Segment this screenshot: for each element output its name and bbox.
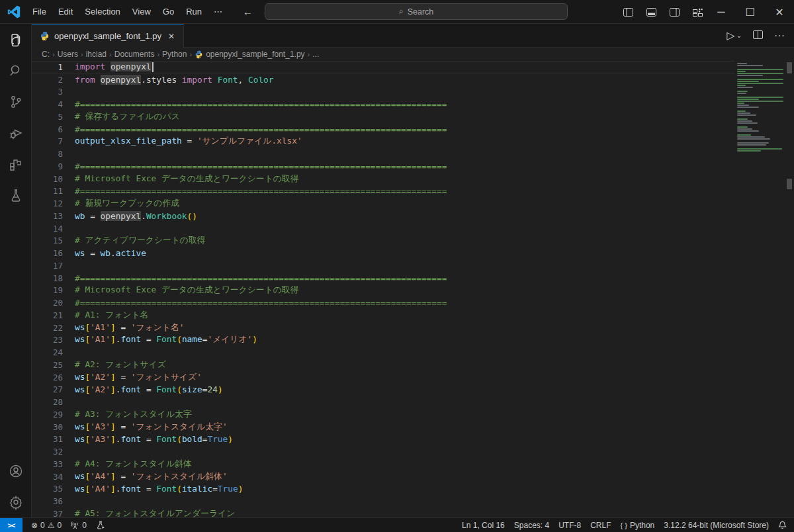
indentation[interactable]: Spaces: 4 xyxy=(509,518,554,532)
code-line[interactable]: 35ws['A4'].font = Font(italic=True) xyxy=(32,483,734,496)
encoding[interactable]: UTF-8 xyxy=(554,518,586,532)
command-center-search[interactable]: ⌕ Search xyxy=(265,3,568,20)
code-line[interactable]: 24 xyxy=(32,346,734,359)
code-line[interactable]: 29# A3: フォントスタイル太字 xyxy=(32,408,734,421)
menu-item-edit[interactable]: Edit xyxy=(52,4,79,20)
run-debug-icon[interactable] xyxy=(0,117,32,148)
notifications-bell[interactable] xyxy=(773,518,791,532)
menu-item-run[interactable]: Run xyxy=(180,4,208,20)
cursor-position[interactable]: Ln 1, Col 16 xyxy=(457,518,509,532)
code-line[interactable]: 20#=====================================… xyxy=(32,296,734,309)
menu-item-selection[interactable]: Selection xyxy=(79,4,126,20)
breadcrumb-segment[interactable]: C: xyxy=(42,50,50,59)
code-line[interactable]: 10# Microsoft Exce データの生成とワークシートの取得 xyxy=(32,173,734,185)
editor-scrollbar[interactable] xyxy=(785,61,794,517)
tab-close-icon[interactable]: ✕ xyxy=(166,30,177,42)
run-python-file-button[interactable]: ▷ ⌄ xyxy=(727,29,742,42)
code-line[interactable]: 2from openpyxl.styles import Font, Color xyxy=(32,73,734,86)
menu-item-more[interactable]: ⋯ xyxy=(208,4,228,20)
language-mode[interactable]: { }Python xyxy=(616,518,660,532)
code-line[interactable]: 32 xyxy=(32,445,734,458)
run-dropdown-chevron-icon[interactable]: ⌄ xyxy=(736,32,742,39)
code-token: ] xyxy=(110,384,116,394)
code-line[interactable]: 37# A5: フォントスタイルアンダーライン xyxy=(32,508,734,517)
code-line[interactable]: 7output_xlsx_file_path = 'サンプルファイル.xlsx' xyxy=(32,136,734,148)
minimap-line xyxy=(737,85,746,86)
code-line[interactable]: 19# Microsoft Exce データの生成とワークシートの取得 xyxy=(32,285,734,297)
more-actions-icon[interactable]: ··· xyxy=(774,30,785,42)
launch-indicator[interactable] xyxy=(91,518,110,532)
ports-indicator[interactable]: 0 xyxy=(66,518,91,532)
breadcrumb-segment[interactable]: Users xyxy=(58,50,78,59)
code-line[interactable]: 22ws['A1'] = 'フォント名' xyxy=(32,322,734,334)
code-line[interactable]: 14 xyxy=(32,222,734,235)
code-line[interactable]: 28 xyxy=(32,396,734,408)
settings-gear-icon[interactable] xyxy=(0,486,32,517)
split-editor-icon[interactable] xyxy=(753,30,763,42)
remote-indicator[interactable]: >< xyxy=(0,518,22,532)
code-line[interactable]: 18#=====================================… xyxy=(32,272,734,285)
go-back-icon[interactable]: ← xyxy=(243,6,253,17)
breadcrumb-segment[interactable]: Documents xyxy=(114,50,155,59)
code-line[interactable]: 34ws['A4'] = 'フォントスタイル斜体' xyxy=(32,470,734,483)
code-token: 'A4' xyxy=(90,484,110,494)
code-line[interactable]: 23ws['A1'].font = Font(name='メイリオ') xyxy=(32,334,734,347)
toggle-primary-sidebar-icon[interactable] xyxy=(623,8,633,17)
breadcrumb-symbol[interactable]: ... xyxy=(312,50,319,59)
code-line[interactable]: 13wb = openpyxl.Workbook() xyxy=(32,210,734,222)
code-line[interactable]: 8 xyxy=(32,148,734,160)
code-line[interactable]: 17 xyxy=(32,259,734,272)
maximize-button[interactable]: ☐ xyxy=(736,0,765,24)
breadcrumb-segment[interactable]: Python xyxy=(162,50,187,59)
menu-item-view[interactable]: View xyxy=(126,4,157,20)
code-line[interactable]: 3 xyxy=(32,86,734,99)
code-line[interactable]: 21# A1: フォント名 xyxy=(32,309,734,322)
code-line[interactable]: 15# アクティブワークシートの取得 xyxy=(32,235,734,247)
code-line[interactable]: 1import openpyxl xyxy=(32,61,734,73)
search-sidebar-icon[interactable] xyxy=(0,55,32,86)
code-token: ] xyxy=(110,334,116,344)
code-editor[interactable]: 1import openpyxl2from openpyxl.styles im… xyxy=(32,61,794,517)
code-line[interactable]: 5# 保存するファイルのパス xyxy=(32,111,734,123)
line-content: ws['A4'].font = Font(italic=True) xyxy=(75,484,243,494)
code-line[interactable]: 31ws['A3'].font = Font(bold=True) xyxy=(32,433,734,446)
code-line[interactable]: 4#======================================… xyxy=(32,98,734,111)
source-control-icon[interactable] xyxy=(0,86,32,117)
code-line[interactable]: 27ws['A2'].font = Font(size=24) xyxy=(32,384,734,396)
code-line[interactable]: 16ws = wb.active xyxy=(32,247,734,259)
eol-sequence[interactable]: CRLF xyxy=(586,518,615,532)
code-token: 'A2' xyxy=(90,372,110,382)
testing-icon[interactable] xyxy=(0,179,32,210)
code-token: ( xyxy=(177,484,182,494)
breadcrumb-file[interactable]: openpyxl_sample_font_1.py xyxy=(206,50,304,59)
extensions-icon[interactable] xyxy=(0,148,32,179)
accounts-icon[interactable] xyxy=(0,455,32,486)
error-count: 0 xyxy=(40,521,45,530)
code-line[interactable]: 30ws['A3'] = 'フォントスタイル太字' xyxy=(32,421,734,433)
code-token: ( xyxy=(177,434,182,444)
minimize-button[interactable]: ─ xyxy=(707,0,736,24)
code-token: active xyxy=(116,248,146,258)
minimap[interactable] xyxy=(737,63,783,152)
toggle-panel-icon[interactable] xyxy=(646,8,656,17)
line-content: output_xlsx_file_path = 'サンプルファイル.xlsx' xyxy=(75,136,302,147)
code-line[interactable]: 36 xyxy=(32,495,734,508)
code-line[interactable]: 9#======================================… xyxy=(32,160,734,173)
problems-indicator[interactable]: ⊗ 0 ⚠ 0 xyxy=(26,518,66,532)
tab-openpyxl-sample-font-1[interactable]: openpyxl_sample_font_1.py ✕ xyxy=(32,24,184,48)
menu-item-go[interactable]: Go xyxy=(157,4,180,20)
code-line[interactable]: 26ws['A2'] = 'フォントサイズ' xyxy=(32,371,734,384)
breadcrumb[interactable]: C:›Users›ihciad›Documents›Python› openpy… xyxy=(32,48,794,61)
python-interpreter[interactable]: 3.12.2 64-bit (Microsoft Store) xyxy=(659,518,773,532)
menu-item-file[interactable]: File xyxy=(26,4,52,20)
toggle-secondary-sidebar-icon[interactable] xyxy=(670,8,680,17)
customize-layout-icon[interactable] xyxy=(693,8,703,17)
code-line[interactable]: 25# A2: フォントサイズ xyxy=(32,359,734,371)
code-line[interactable]: 12# 新規ワークブックの作成 xyxy=(32,197,734,210)
code-line[interactable]: 33# A4: フォントスタイル斜体 xyxy=(32,458,734,470)
close-button[interactable]: ✕ xyxy=(765,0,794,24)
code-line[interactable]: 6#======================================… xyxy=(32,123,734,136)
breadcrumb-segment[interactable]: ihciad xyxy=(86,50,107,59)
explorer-icon[interactable] xyxy=(0,24,32,55)
code-line[interactable]: 11#=====================================… xyxy=(32,185,734,198)
